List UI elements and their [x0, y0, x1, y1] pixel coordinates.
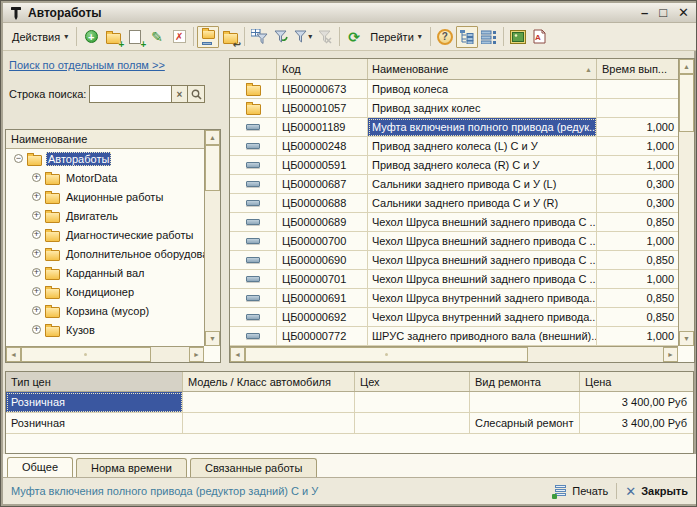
table-row[interactable]: ЦБ00000772 ШРУС заднего приводного вала … [230, 327, 679, 346]
price-row-selected[interactable]: Розничная 3 400,00 Руб [6, 392, 693, 413]
code-column-header[interactable]: Код [277, 59, 368, 79]
copy-button[interactable]: + [124, 26, 146, 48]
expand-icon[interactable]: + [32, 325, 41, 334]
collapse-icon[interactable]: − [14, 154, 23, 163]
hierarchy-view-button[interactable] [197, 26, 219, 48]
search-by-fields-link[interactable]: Поиск по отдельным полям >> [9, 59, 165, 71]
search-row: Строка поиска: × [9, 85, 205, 103]
table-row[interactable]: ЦБ00000688 Сальники заднего привода С и … [230, 194, 679, 213]
clear-search-button[interactable]: × [171, 85, 188, 103]
refresh-icon: ⟳ [348, 30, 360, 44]
actions-menu-button[interactable]: Действия ▾ [7, 28, 73, 46]
expand-icon[interactable]: + [32, 211, 41, 220]
tree-item[interactable]: + MotorData [6, 168, 205, 187]
show-picture-button[interactable] [507, 26, 529, 48]
table-row[interactable]: ЦБ00000248 Привод заднего колеса (L) С и… [230, 137, 679, 156]
expand-icon[interactable]: + [32, 230, 41, 239]
scroll-down-button[interactable]: ▼ [205, 331, 220, 346]
clear-filter-button[interactable] [314, 26, 336, 48]
move-to-group-button[interactable]: ↩ [219, 26, 241, 48]
filter-grid-icon [251, 29, 268, 45]
folder-icon [45, 307, 60, 318]
toolbar-separator [430, 27, 431, 46]
table-row[interactable]: ЦБ00000673 Привод колеса [230, 80, 679, 99]
filter-by-value-button[interactable] [248, 26, 270, 48]
edit-button[interactable]: ✎ [146, 26, 168, 48]
delete-button[interactable]: ✗ [168, 26, 190, 48]
tree-rows: − Автоработы + MotorData + Акционные раб… [6, 149, 205, 346]
add-button[interactable]: + [80, 26, 102, 48]
tree-item[interactable]: + Кондиционер [6, 282, 205, 301]
tree-item[interactable]: + Корзина (мусор) [6, 301, 205, 320]
close-window-button[interactable]: ✕ [678, 4, 689, 22]
maximize-button[interactable]: □ [659, 4, 667, 22]
price-column-header[interactable]: Цена [580, 372, 693, 391]
search-input[interactable] [89, 85, 171, 103]
add-icon: + [85, 30, 98, 43]
table-row[interactable]: ЦБ00000687 Сальники заднего привода С и … [230, 175, 679, 194]
model-column-header[interactable]: Модель / Класс автомобиля [183, 372, 355, 391]
goto-menu-button[interactable]: Перейти ▾ [365, 28, 427, 46]
scrollbar-thumb[interactable] [205, 145, 220, 191]
table-row[interactable]: ЦБ00000689 Чехол Шруса внешний заднего п… [230, 213, 679, 232]
table-row-selected[interactable]: ЦБ00001189 Муфта включения полного приво… [230, 118, 679, 137]
tree-view-button[interactable] [456, 26, 478, 48]
scrollbar-thumb[interactable] [679, 74, 694, 132]
table-row[interactable]: ЦБ00000690 Чехол Шруса внешний заднего п… [230, 251, 679, 270]
list-view-button[interactable] [478, 26, 500, 48]
price-type-column-header[interactable]: Тип цен [6, 372, 183, 391]
repair-type-column-header[interactable]: Вид ремонта [470, 372, 580, 391]
name-column-header[interactable]: Наименование ▲ [368, 59, 597, 79]
tab-related-works[interactable]: Связанные работы [190, 458, 317, 477]
tab-time-norm[interactable]: Норма времени [76, 458, 187, 477]
table-row[interactable]: ЦБ00000692 Чехол Шруса внутренний заднег… [230, 308, 679, 327]
tree-column-header[interactable]: Наименование [6, 130, 205, 149]
refresh-button[interactable]: ⟳ [343, 26, 365, 48]
scroll-up-button[interactable]: ▲ [679, 59, 694, 74]
add-group-button[interactable]: + [102, 26, 124, 48]
tree-item-root[interactable]: − Автоработы [6, 149, 205, 168]
filter-settings-button[interactable] [270, 26, 292, 48]
expand-icon[interactable]: + [32, 173, 41, 182]
time-column-header[interactable]: Время вып... [597, 59, 679, 79]
tree-item[interactable]: + Акционные работы [6, 187, 205, 206]
table-row[interactable]: ЦБ00000700 Чехол Шруса внешний заднего п… [230, 232, 679, 251]
icon-column-header[interactable] [230, 59, 277, 79]
filter-menu-button[interactable]: ▾ [292, 26, 314, 48]
tree-item[interactable]: + Двигатель [6, 206, 205, 225]
tree-item[interactable]: + Диагностические работы [6, 225, 205, 244]
print-button[interactable]: Печать [553, 485, 608, 498]
table-row[interactable]: ЦБ00000591 Привод заднего колеса (R) С и… [230, 156, 679, 175]
scrollbar-thumb[interactable] [245, 347, 528, 362]
close-button[interactable]: ✕ Закрыть [625, 485, 688, 498]
scroll-right-button[interactable]: ► [189, 347, 204, 362]
price-row[interactable]: Розничная Слесарный ремонт 3 400,00 Руб [6, 413, 693, 434]
expand-icon[interactable]: + [32, 192, 41, 201]
tree-item[interactable]: + Дополнительное оборудование [6, 244, 205, 263]
minimize-button[interactable]: – [641, 4, 648, 22]
tab-general[interactable]: Общее [7, 457, 73, 477]
expand-icon[interactable]: + [32, 287, 41, 296]
expand-icon[interactable]: + [32, 249, 41, 258]
tree-item[interactable]: + Кузов [6, 320, 205, 339]
shop-column-header[interactable]: Цех [355, 372, 470, 391]
expand-icon[interactable]: + [32, 306, 41, 315]
search-label: Строка поиска: [9, 88, 89, 100]
scroll-up-button[interactable]: ▲ [205, 130, 220, 145]
bottom-tabs: Общее Норма времени Связанные работы [3, 454, 696, 478]
help-button[interactable]: ? [434, 26, 456, 48]
folder-icon [45, 288, 60, 299]
search-button[interactable] [188, 85, 205, 103]
selected-cell: Муфта включения полного привода (редук..… [368, 118, 597, 137]
tree-item[interactable]: + Карданный вал [6, 263, 205, 282]
table-row[interactable]: ЦБ00000701 Чехол Шруса внешний заднего п… [230, 270, 679, 289]
table-row[interactable]: ЦБ00001057 Привод задних колес [230, 99, 679, 118]
scroll-right-button[interactable]: ► [663, 347, 678, 362]
scrollbar-thumb[interactable] [21, 347, 151, 362]
scroll-down-button[interactable]: ▼ [679, 331, 694, 346]
pdf-export-button[interactable]: A [529, 26, 551, 48]
scroll-left-button[interactable]: ◄ [230, 347, 245, 362]
table-row[interactable]: ЦБ00000691 Чехол Шруса внутренний заднег… [230, 289, 679, 308]
expand-icon[interactable]: + [32, 268, 41, 277]
scroll-left-button[interactable]: ◄ [6, 347, 21, 362]
